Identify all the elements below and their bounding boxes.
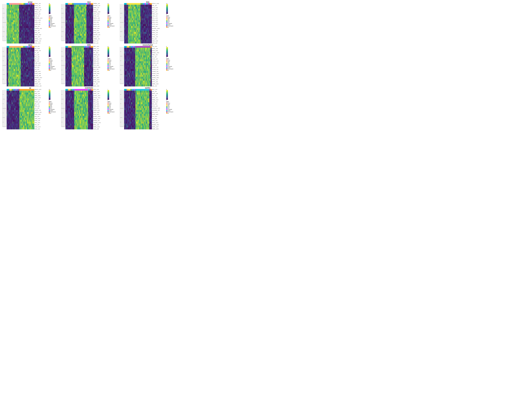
legend-label-pp: pp: [168, 27, 169, 28]
legend-item-endothelial: endothelial: [49, 23, 54, 24]
legend-color-pp: [166, 27, 167, 28]
legend-epsilon: 80labelsacinaralphabetadeltaductendothel…: [166, 89, 177, 129]
gene-label-2: CTRB2__chr16: [35, 7, 48, 8]
legend-color-mesenchymal: [108, 68, 109, 70]
gene-label-10: ANXA4__chr2: [93, 24, 107, 25]
legend-color-delta: [166, 20, 167, 21]
legend-color-endothelial: [166, 66, 167, 67]
legend-label-mesenchymal: mesenchymal: [109, 111, 114, 112]
legend-color-duct: [166, 22, 167, 23]
legend-color-endothelial: [49, 66, 50, 67]
gene-label-1: TTR__chr18: [35, 48, 48, 49]
legend-label-acinar: acinar: [50, 60, 53, 61]
gene-labels-beta: SEC11C__chr18CPE__chr4SCG5__chr15SCGN__c…: [152, 3, 166, 44]
legend-label-delta: delta: [50, 20, 52, 21]
top-bar-duct: [65, 3, 93, 5]
legend-label-epsilon: epsilon: [109, 67, 112, 68]
legend-item-alpha: alpha: [166, 18, 170, 19]
dendrogram-acinar: [1, 3, 7, 44]
legend-label-pp: pp: [168, 70, 169, 71]
gene-label-13: CPA1__chr7: [35, 30, 48, 31]
panel-content-alpha: GCG__chr2TTR__chr18HIGD1A__chr3GC__chr4G…: [1, 46, 59, 86]
gene-label-13: COL4A1__chr13: [152, 73, 166, 74]
legend-label-duct: duct: [50, 22, 52, 23]
legend-label-endothelial: endothelial: [109, 66, 113, 67]
legend-label-duct: duct: [50, 65, 52, 66]
legend-alpha: 100labelsacinaralphabetadeltaductendothe…: [48, 46, 59, 86]
heatmap-area-delta: [65, 46, 93, 86]
top-bar-beta: [124, 3, 152, 5]
gene-label-19: SAT1__chrX: [93, 43, 107, 44]
legend-item-epsilon: epsilon: [166, 110, 171, 111]
gene-label-14: ANXA2__chr15: [93, 32, 107, 33]
legend-label-mesenchymal: mesenchymal: [168, 111, 173, 112]
legend-color-epsilon: [108, 24, 109, 25]
legend-label-acinar: acinar: [168, 103, 170, 104]
legend-item-delta: delta: [166, 63, 170, 64]
legend-mesenchymal: 80labelsacinaralphabetadeltaductendothel…: [166, 46, 177, 86]
gene-label-12: CHGB__chr20: [35, 114, 48, 115]
legend-color-epsilon: [108, 67, 109, 68]
gene-label-17: TMSB10__chr2: [93, 38, 107, 39]
legend-color-endothelial: [166, 23, 167, 24]
gene-label-18: TM4SF4__chr3: [35, 83, 48, 84]
legend-label-pp: pp: [50, 27, 51, 28]
gene-labels-mesenchymal: VIM__chr10EEF1D__chr8MYH9__chr22ZFP36L1_…: [152, 46, 166, 86]
legend-color-acinar: [166, 102, 167, 104]
legend-label-alpha: alpha: [168, 61, 170, 62]
gene-label-5: FN1__chr2: [152, 56, 166, 57]
gene-label-13: PCSK2__chr20: [35, 73, 48, 74]
scale-title: 12: [108, 46, 109, 47]
gene-label-9: GNG4__chr11: [152, 22, 166, 23]
gene-label-17: PAX6__chr11: [35, 81, 48, 82]
gene-label-13: ACVRL1__chr12: [93, 116, 107, 117]
labels-title: labels: [49, 58, 51, 59]
gene-label-10: SYT13__chr11: [152, 24, 166, 25]
gradient-bar: [49, 4, 51, 14]
panel-mesenchymal: mesenchymalVIM__chr10EEF1D__chr8MYH9__ch…: [119, 44, 177, 86]
legend-item-acinar: acinar: [108, 60, 111, 61]
legend-color-epsilon: [49, 67, 50, 68]
gene-label-9: GSTA1__chr6: [35, 22, 48, 23]
heatmap-area-endothelial: [65, 89, 93, 129]
legend-color-delta: [108, 20, 109, 21]
gene-label-9: PCP4__chr21: [93, 65, 107, 66]
legend-label-pp: pp: [109, 27, 110, 28]
gene-label-19: RPS6__chr9: [152, 43, 166, 44]
legend-item-mesenchymal: mesenchymal: [108, 25, 114, 26]
legend-color-alpha: [108, 61, 109, 62]
scale-title: 8: [166, 46, 167, 47]
gene-label-17: ZFP36L1__chr14: [35, 38, 48, 39]
gene-label-16: CHGA__chr14: [93, 79, 107, 80]
panel-title-beta: beta: [119, 1, 177, 3]
gradient-bar: [49, 47, 51, 57]
gene-label-1: EEF1D__chr8: [152, 48, 166, 49]
gene-label-13: CHGB__chr20: [93, 73, 107, 74]
legend-color-epsilon: [49, 24, 50, 25]
legend-item-mesenchymal: mesenchymal: [49, 111, 56, 112]
legend-item-duct: duct: [108, 64, 111, 66]
legend-color-delta: [166, 63, 167, 64]
dendrogram-delta: [60, 46, 65, 86]
legend-label-delta: delta: [50, 106, 52, 107]
legend-color-alpha: [49, 18, 50, 19]
gene-label-18: ASGR1__chr17: [152, 126, 166, 127]
legend-color-pp: [108, 113, 109, 114]
legend-label-beta: beta: [168, 105, 169, 106]
gene-label-6: HADH__chr4: [152, 16, 166, 17]
legend-item-delta: delta: [49, 20, 52, 21]
legend-label-delta: delta: [50, 63, 52, 64]
legend-color-endothelial: [108, 66, 109, 67]
legend-label-mesenchymal: mesenchymal: [109, 25, 114, 26]
gene-labels-endothelial: FSTL1__chr3HTRA1__chr10SPARC__chr5COL4A1…: [93, 89, 107, 129]
gene-label-2: PCSK1__chr5: [93, 50, 107, 51]
panel-title-pp: pp: [1, 87, 59, 89]
legend-color-mesenchymal: [166, 25, 167, 26]
legend-color-epsilon: [166, 67, 167, 68]
legend-label-alpha: alpha: [50, 61, 52, 62]
panel-title-alpha: alpha: [1, 44, 59, 46]
legend-item-pp: pp: [166, 70, 169, 71]
legend-label-beta: beta: [109, 19, 111, 20]
gene-label-7: SERPINA3__chr14: [35, 18, 48, 19]
gene-label-18: CD24__chrY: [93, 40, 107, 41]
